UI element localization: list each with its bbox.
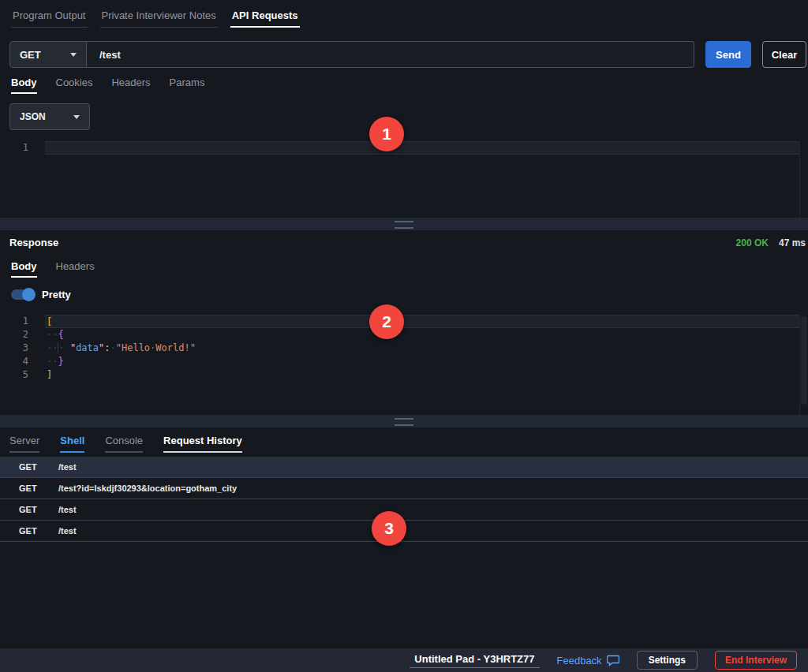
response-status: 200 OK 47 ms: [736, 237, 806, 248]
editor-line-content: ··}: [45, 355, 799, 368]
tab-request-headers[interactable]: Headers: [111, 77, 150, 94]
response-time: 47 ms: [779, 237, 806, 248]
footer-bar: Untitled Pad - Y3HRTZ77 Feedback Setting…: [0, 648, 808, 672]
chevron-down-icon: [73, 115, 80, 119]
code-token: {: [58, 329, 63, 340]
tab-private-interviewer-notes[interactable]: Private Interviewer Notes: [100, 0, 218, 28]
end-interview-button[interactable]: End Interview: [715, 651, 797, 670]
pad-title-field[interactable]: Untitled Pad - Y3HRTZ77: [410, 653, 539, 668]
clear-button[interactable]: Clear: [762, 41, 806, 68]
whitespace-dots: ··: [47, 342, 58, 353]
line-number: 2: [0, 328, 45, 342]
annotation-badge-1: 1: [369, 117, 404, 151]
request-bar: GET Send Clear: [9, 41, 808, 68]
editor-line-content: ··· "data":·"Hello·World!": [45, 342, 799, 355]
request-body-editor[interactable]: 1: [0, 141, 808, 218]
url-input[interactable]: [87, 41, 694, 68]
body-type-dropdown[interactable]: JSON: [9, 103, 90, 130]
history-row[interactable]: GET /test: [0, 499, 808, 521]
tab-api-requests[interactable]: API Requests: [230, 0, 300, 28]
tab-request-body[interactable]: Body: [11, 77, 37, 94]
response-tabs: Body Headers: [11, 260, 95, 278]
editor-line: 1 [: [0, 315, 808, 328]
feedback-link[interactable]: Feedback: [557, 655, 619, 666]
line-number: 5: [0, 368, 45, 382]
request-subtabs: Body Cookies Headers Params: [11, 77, 204, 94]
editor-line: 3 ··· "data":·"Hello·World!": [0, 342, 808, 355]
history-path: /test?id=lskdjf30293&location=gotham_cit…: [58, 483, 237, 493]
tab-shell[interactable]: Shell: [60, 435, 84, 453]
editor-line: 4 ··}: [0, 355, 808, 368]
annotation-badge-3: 3: [372, 511, 406, 546]
response-title: Response: [9, 237, 58, 248]
editor-scrollbar-track: [799, 141, 800, 218]
line-number: 1: [0, 141, 45, 155]
body-type-value: JSON: [20, 111, 46, 122]
history-method: GET: [19, 483, 58, 493]
code-token: data: [76, 342, 99, 353]
tab-program-output[interactable]: Program Output: [11, 0, 88, 28]
history-row[interactable]: GET /test?id=lskdjf30293&location=gotham…: [0, 478, 808, 499]
whitespace-dots: ··: [47, 329, 58, 340]
response-body-editor[interactable]: 1 [ 2 ··{ 3 ··· "data":·"Hello·World!" 4…: [0, 315, 808, 415]
code-token: ]: [47, 369, 52, 380]
pretty-label: Pretty: [42, 289, 71, 301]
panel-splitter[interactable]: [0, 415, 808, 427]
editor-line-content: [: [45, 315, 799, 328]
editor-line: 2 ··{: [0, 328, 808, 342]
line-number: 3: [0, 342, 45, 355]
editor-line-content: ··{: [45, 328, 799, 342]
whitespace-dots: ·: [110, 342, 116, 353]
feedback-label: Feedback: [557, 655, 602, 666]
tab-request-cookies[interactable]: Cookies: [56, 77, 93, 94]
status-code-badge: 200 OK: [736, 237, 769, 248]
history-row[interactable]: GET /test: [0, 457, 808, 478]
method-value: GET: [20, 49, 41, 61]
tab-request-params[interactable]: Params: [170, 77, 205, 94]
send-button[interactable]: Send: [705, 41, 751, 68]
history-method: GET: [19, 505, 58, 514]
drag-handle-icon: [395, 221, 413, 229]
chevron-down-icon: [70, 53, 77, 57]
history-path: /test: [58, 505, 77, 514]
response-header: Response 200 OK 47 ms: [9, 237, 806, 248]
code-token: :: [104, 342, 110, 353]
code-token: [: [47, 316, 52, 327]
whitespace-dots: ··: [47, 356, 58, 367]
history-path: /test: [58, 526, 77, 536]
editor-line: 5 ]: [0, 368, 808, 382]
whitespace-dots: ·: [58, 342, 69, 353]
annotation-badge-2: 2: [369, 304, 404, 339]
tab-request-history[interactable]: Request History: [163, 435, 242, 453]
drag-handle-icon: [395, 418, 413, 426]
code-token: }: [58, 356, 63, 367]
pretty-toggle-row: Pretty: [11, 289, 71, 301]
console-tab-bar: Server Shell Console Request History: [9, 435, 242, 453]
settings-button[interactable]: Settings: [637, 651, 698, 670]
panel-splitter[interactable]: [0, 218, 808, 230]
history-method: GET: [19, 462, 58, 472]
editor-line: 1: [0, 141, 808, 155]
tab-response-headers[interactable]: Headers: [56, 260, 95, 278]
top-tab-bar: Program Output Private Interviewer Notes…: [11, 0, 300, 28]
editor-line-content: [45, 141, 799, 155]
history-path: /test: [58, 462, 77, 472]
history-method: GET: [19, 526, 58, 536]
pretty-toggle[interactable]: [11, 289, 33, 300]
api-requests-panel: Program Output Private Interviewer Notes…: [0, 0, 808, 672]
method-dropdown[interactable]: GET: [9, 41, 87, 68]
tab-response-body[interactable]: Body: [11, 260, 37, 278]
line-number: 1: [0, 315, 45, 328]
toggle-knob: [22, 288, 36, 301]
tab-server[interactable]: Server: [9, 435, 39, 453]
tab-console[interactable]: Console: [105, 435, 143, 453]
code-token: World!": [155, 342, 196, 353]
code-token: "Hello: [116, 342, 150, 353]
editor-line-content: ]: [45, 368, 799, 382]
scrollbar-thumb[interactable]: [801, 316, 807, 405]
line-number: 4: [0, 355, 45, 368]
chat-bubble-icon: [607, 655, 619, 666]
editor-scrollbar-track: [799, 315, 800, 415]
